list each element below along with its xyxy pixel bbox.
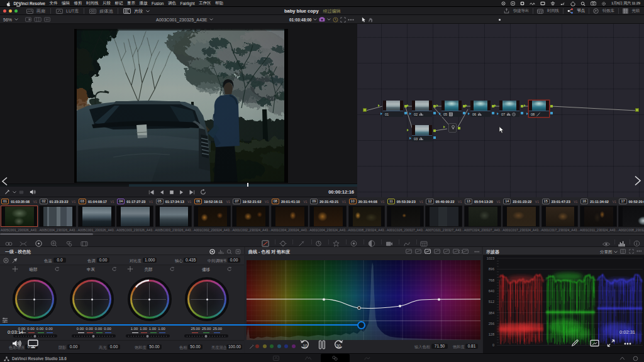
svg-text:128: 128 (489, 332, 494, 336)
svg-text:896: 896 (489, 267, 494, 271)
svg-text:768: 768 (489, 278, 494, 282)
svg-text:640: 640 (489, 289, 494, 293)
svg-text:512: 512 (489, 300, 494, 304)
svg-text:0: 0 (492, 343, 494, 347)
svg-text:384: 384 (489, 311, 494, 315)
svg-text:1023: 1023 (487, 256, 494, 260)
svg-text:256: 256 (489, 322, 494, 326)
